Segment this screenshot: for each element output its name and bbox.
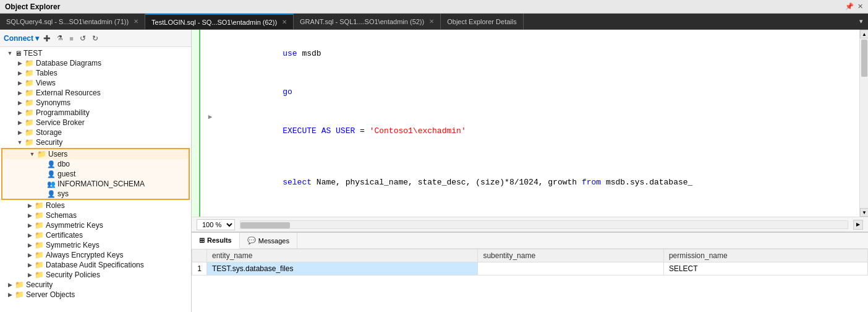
expand-icon-diagrams[interactable]: ▶ [15,60,25,66]
expand-icon-sec-pol[interactable]: ▶ [25,272,35,278]
zoom-select[interactable]: 100 % [197,219,235,230]
close-icon[interactable]: ✕ [857,2,863,11]
user-icon-information-schema: 👥 [47,180,56,188]
filter-icon[interactable]: ⚗ [55,33,65,43]
folder-icon-certs: 📁 [35,231,44,240]
tab-overflow[interactable]: ▾ [854,14,868,29]
results-tabs: ⊞ Results 💬 Messages [192,233,868,249]
tree-label-diagrams: Database Diagrams [36,59,101,67]
expand-icon-users[interactable]: ▼ [27,151,37,157]
expand-icon-broker[interactable]: ▶ [15,119,25,126]
tree-roles[interactable]: ▶ 📁 Roles [0,201,191,210]
expand-icon-tables[interactable]: ▶ [15,70,25,76]
tree-user-sys[interactable]: 👤 sys [2,189,189,199]
tree-external-resources[interactable]: ▶ 📁 External Resources [0,88,191,98]
code-line-6: select Name, physical_name, state_desc, … [200,202,859,217]
expand-icon-prog[interactable]: ▶ [15,110,25,116]
tree-db-audit-specs[interactable]: ▶ 📁 Database Audit Specifications [0,260,191,270]
tab-close-testlogin[interactable]: ✕ [282,19,287,25]
folder-icon: 📁 [25,59,34,67]
code-text-4 [215,150,854,163]
editor-status-bar: 100 % ▶ [192,217,868,232]
folder-icon: 📁 [25,128,34,137]
tree-label-tables: Tables [36,69,57,77]
tree-label-test: TEST [23,49,43,58]
folder-icon: 📁 [25,98,34,107]
tree-service-broker[interactable]: ▶ 📁 Service Broker [0,118,191,128]
vertical-scrollbar[interactable]: ▲ ▼ [859,30,868,217]
tree-label-server-objects: Server Objects [26,290,75,299]
expand-icon-security[interactable]: ▼ [15,139,25,145]
horizontal-scrollbar[interactable] [240,220,848,229]
server-icon: 🖥 [15,50,22,57]
expand-icon-certs[interactable]: ▶ [25,232,35,238]
tree-security[interactable]: ▼ 📁 Security [0,137,191,147]
tree-root-test[interactable]: ▼ 🖥 TEST [0,48,191,58]
expand-icon-audit[interactable]: ▶ [25,262,35,268]
tree-tables[interactable]: ▶ 📁 Tables [0,68,191,78]
expand-icon-schemas[interactable]: ▶ [25,212,35,219]
tab-sqlquery4[interactable]: SQLQuery4.sql - S...SO1\entadmin (71)) ✕ [0,14,145,29]
expand-icon-server-obj[interactable]: ▶ [5,292,15,298]
connect-button[interactable]: Connect ▾ [4,34,39,43]
results-content: entity_name subentity_name permission_na… [192,249,868,312]
tab-close-sqlquery4[interactable]: ✕ [134,18,138,25]
stop-icon[interactable]: ■ [67,33,75,43]
refresh-icon[interactable]: ↺ [78,33,88,44]
tree-user-dbo[interactable]: 👤 dbo [2,159,189,169]
scroll-up-button[interactable]: ▲ [860,30,868,38]
expand-icon-external[interactable]: ▶ [15,90,25,96]
tree-users[interactable]: ▼ 📁 Users [2,149,189,159]
expand-icon-synonyms[interactable]: ▶ [15,100,25,106]
tree-server-objects[interactable]: ▶ 📁 Server Objects [0,290,191,300]
folder-icon-asym: 📁 [35,221,44,230]
tree-schemas[interactable]: ▶ 📁 Schemas [0,210,191,220]
tab-testlogin[interactable]: TestLOGIN.sql - SQ...SO1\entadmin (62)) … [145,14,294,29]
expand-icon-views[interactable]: ▶ [15,80,25,86]
tree-user-information-schema[interactable]: 👥 INFORMATION_SCHEMA [2,179,189,189]
code-editor[interactable]: use msdb go ▶ EXECUTE AS USER [192,30,868,232]
results-tab-results[interactable]: ⊞ Results [192,233,240,249]
tree-database-diagrams[interactable]: ▶ 📁 Database Diagrams [0,58,191,68]
h-scroll-right-button[interactable]: ▶ [853,220,863,230]
tree-synonyms[interactable]: ▶ 📁 Synonyms [0,98,191,108]
expand-icon-roles[interactable]: ▶ [25,202,35,209]
expand-icon-sym[interactable]: ▶ [25,242,35,248]
h-scroll-thumb[interactable] [240,222,290,228]
tree-user-guest[interactable]: 👤 guest [2,169,189,179]
folder-icon-bottom-sec: 📁 [15,280,24,289]
tree-storage[interactable]: ▶ 📁 Storage [0,128,191,137]
expand-icon-aek[interactable]: ▶ [25,252,35,258]
tree-always-encrypted-keys[interactable]: ▶ 📁 Always Encrypted Keys [0,250,191,260]
tab-explorer-details[interactable]: Object Explorer Details [441,14,524,29]
new-query-icon[interactable]: ✚ [41,32,53,45]
tree-asymmetric-keys[interactable]: ▶ 📁 Asymmetric Keys [0,220,191,230]
tree-symmetric-keys[interactable]: ▶ 📁 Symmetric Keys [0,240,191,250]
cell-entity-name-1: TEST.sys.database_files [207,262,478,275]
scroll-down-button[interactable]: ▼ [860,208,868,217]
editor-panel: use msdb go ▶ EXECUTE AS USER [192,30,868,312]
tree-label-symmetric-keys: Symmetric Keys [46,241,100,249]
scroll-thumb[interactable] [861,40,867,77]
tree-label-security-policies: Security Policies [46,271,100,279]
results-msg-icon: 💬 [247,236,256,245]
line-indicator-3: ▶ [205,112,215,123]
expand-icon-asym[interactable]: ▶ [25,222,35,228]
tree-label-users: Users [48,150,67,158]
expand-icon-bottom-sec[interactable]: ▶ [5,282,15,288]
tab-close-grant[interactable]: ✕ [429,18,434,25]
tree-certificates[interactable]: ▶ 📁 Certificates [0,230,191,240]
expand-icon-test[interactable]: ▼ [5,50,15,56]
tree-security-policies[interactable]: ▶ 📁 Security Policies [0,270,191,280]
pin-icon[interactable]: 📌 [845,2,854,11]
code-content[interactable]: use msdb go ▶ EXECUTE AS USER [200,30,859,217]
tab-grant[interactable]: GRANT.sql - SQL1....SO1\entadmin (52)) ✕ [294,14,441,29]
user-icon-sys: 👤 [47,190,56,198]
tree-label-information-schema: INFORMATION_SCHEMA [57,180,145,188]
expand-icon-storage[interactable]: ▶ [15,129,25,136]
tree-bottom-security[interactable]: ▶ 📁 Security [0,280,191,290]
results-tab-messages[interactable]: 💬 Messages [240,233,297,248]
summary-icon[interactable]: ↻ [90,33,100,44]
tree-programmability[interactable]: ▶ 📁 Programmability [0,108,191,118]
tree-views[interactable]: ▶ 📁 Views [0,78,191,88]
